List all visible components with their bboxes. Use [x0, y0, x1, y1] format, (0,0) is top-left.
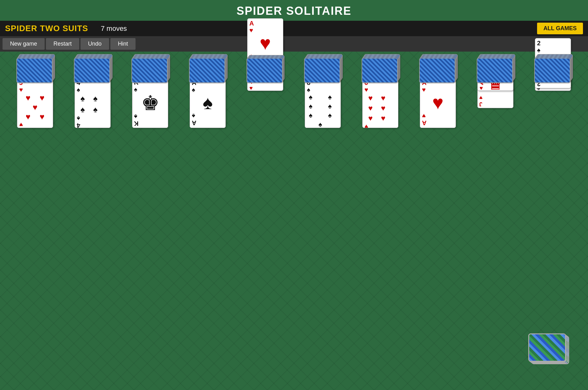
facedown-card	[189, 58, 225, 83]
facedown-pile-9	[477, 58, 514, 75]
game-type-label: SPIDER TWO SUITS	[5, 24, 88, 33]
card-ace-hearts-2[interactable]: A ♥ ♥ A ♥	[420, 78, 456, 128]
card-top-label: 2 ♠	[537, 40, 569, 53]
facedown-pile-7	[362, 58, 399, 75]
card-bottom-label: 4 ♠	[77, 115, 108, 128]
action-bar: New game Restart Undo Hint	[0, 36, 588, 52]
facedown-pile-2	[74, 58, 112, 75]
moves-counter: 7 moves	[101, 25, 537, 33]
hint-button[interactable]: Hint	[110, 38, 136, 50]
toolbar: SPIDER TWO SUITS 7 moves ALL GAMES	[0, 21, 588, 36]
card-bottom-label: 6 ♥	[364, 123, 396, 128]
facedown-card	[16, 58, 53, 83]
card-top-label: A ♥	[249, 20, 281, 34]
card-4-spades[interactable]: 4 ♠ ♠♠ ♠♠ 4 ♠	[75, 78, 111, 128]
facedown-card	[74, 58, 110, 83]
facedown-card	[534, 58, 570, 83]
card-bottom-label: K ♠	[134, 113, 166, 127]
facedown-card	[131, 58, 168, 83]
game-area: 5 ♥ ♥♥ ♥ ♥♥ 5 ♥	[0, 52, 588, 134]
card-ace-spades[interactable]: A ♠ ♠ A ♠	[190, 78, 226, 128]
facedown-pile-4	[189, 58, 227, 75]
facedown-card	[419, 58, 455, 83]
column-1: 5 ♥ ♥♥ ♥ ♥♥ 5 ♥	[16, 58, 54, 128]
stock-card	[528, 333, 566, 362]
facedown-card	[247, 58, 283, 83]
column-7: 6 ♥ ♥♥ ♥♥ ♥♥ 6 ♥	[362, 58, 399, 128]
column-10: 4 ♠ 3 ♠ 2 ♠ ♠ ♠	[534, 58, 572, 88]
facedown-card	[477, 58, 513, 83]
card-bottom-label: A ♥	[422, 113, 454, 126]
undo-button[interactable]: Undo	[80, 38, 109, 50]
facedown-pile-3	[131, 58, 169, 75]
page-title: SPIDER SOLITAIRE	[236, 4, 351, 17]
card-8-spades[interactable]: 8 ♠ ♠♠ ♠♠ ♠♠ ♠ ♠♠ 8 ♠	[305, 78, 341, 128]
card-bottom-label: 5 ♥	[19, 121, 51, 128]
card-bottom-label: A ♠	[192, 113, 224, 126]
facedown-card	[304, 58, 340, 83]
column-8: A ♥ ♥ A ♥	[419, 58, 457, 128]
column-9: Q ♥ J ♥ ♛ J ♥	[477, 58, 514, 108]
facedown-pile-8	[419, 58, 457, 75]
facedown-pile-10	[534, 58, 572, 75]
column-4: A ♠ ♠ A ♠	[189, 58, 227, 128]
column-5: 4 ♥ 3 ♥ 2 ♥ A	[247, 58, 284, 78]
title-bar: SPIDER SOLITAIRE	[0, 0, 588, 21]
column-3: K ♠ ♚ K ♠	[131, 58, 169, 128]
facedown-card	[362, 58, 398, 83]
card-5-hearts[interactable]: 5 ♥ ♥♥ ♥ ♥♥ 5 ♥	[17, 78, 53, 128]
new-game-button[interactable]: New game	[3, 38, 45, 50]
column-6: 8 ♠ ♠♠ ♠♠ ♠♠ ♠ ♠♠ 8 ♠	[304, 58, 342, 128]
restart-button[interactable]: Restart	[46, 38, 79, 50]
facedown-pile-1	[16, 58, 54, 75]
stock-pile[interactable]	[528, 333, 569, 365]
facedown-pile-6	[304, 58, 342, 75]
card-king-spades[interactable]: K ♠ ♚ K ♠	[132, 78, 168, 128]
facedown-pile-5	[247, 58, 284, 75]
column-2: 4 ♠ ♠♠ ♠♠ 4 ♠	[74, 58, 112, 128]
all-games-button[interactable]: ALL GAMES	[537, 23, 583, 34]
card-6-hearts[interactable]: 6 ♥ ♥♥ ♥♥ ♥♥ 6 ♥	[362, 78, 398, 128]
